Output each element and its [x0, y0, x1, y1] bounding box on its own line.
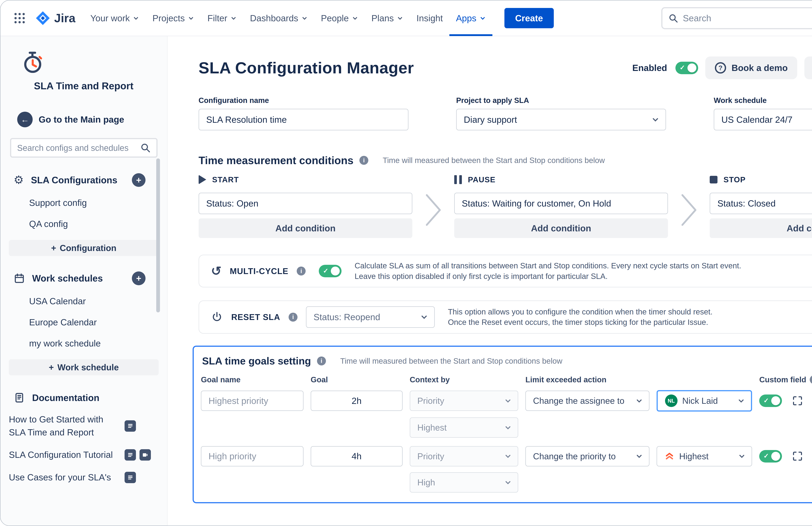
limit-action-select[interactable]: Change the priority to	[525, 446, 650, 466]
goal-value-input[interactable]	[311, 391, 403, 411]
expand-icon	[792, 450, 803, 462]
project-select[interactable]: Diary support	[456, 109, 666, 130]
nav-filter[interactable]: Filter	[201, 0, 244, 36]
doc-badge-icon	[125, 420, 136, 432]
documentation-section-header: Documentation	[0, 392, 167, 404]
info-icon[interactable]: i	[289, 313, 298, 322]
start-label: START	[212, 175, 239, 184]
stop-condition-input[interactable]	[710, 193, 812, 214]
chevron-down-icon	[737, 397, 745, 405]
sidebar-item-support-config[interactable]: Support config	[0, 198, 167, 208]
custom-field-toggle[interactable]: ✓	[759, 394, 782, 407]
context-field-select[interactable]: Priority	[410, 391, 518, 411]
info-icon[interactable]: i	[810, 375, 812, 384]
add-schedule-icon-button[interactable]: +	[132, 272, 145, 285]
add-configuration-icon-button[interactable]: +	[132, 173, 145, 187]
sidebar-item-qa-config[interactable]: QA config	[0, 219, 167, 229]
sidebar-scrollbar[interactable]	[156, 159, 160, 312]
custom-field-toggle[interactable]: ✓	[759, 450, 782, 463]
info-icon[interactable]: i	[317, 356, 326, 365]
header-limit-action: Limit exceeded action	[525, 375, 650, 384]
goal-row-1-context-value: Highest	[201, 418, 812, 438]
reset-condition-select[interactable]: Status: Reopend	[306, 306, 435, 328]
stop-condition-column: STOP Add condition	[710, 174, 812, 238]
nav-apps[interactable]: Apps	[449, 0, 492, 36]
header-custom-field: Custom field	[759, 375, 806, 384]
plus-icon: +	[49, 362, 54, 372]
question-icon: ?	[715, 62, 726, 74]
start-condition-input[interactable]	[199, 193, 412, 214]
pause-add-condition-button[interactable]: Add condition	[454, 218, 668, 238]
create-button[interactable]: Create	[504, 8, 554, 28]
doc-badge-icon	[125, 449, 136, 461]
header-goal: Goal	[311, 375, 403, 384]
navbar-right: 9+ ? ⚙	[661, 7, 812, 29]
sla-time-goals-panel: SLA time goals setting i Time will measu…	[193, 346, 812, 503]
user-avatar: NL	[665, 394, 678, 407]
sidebar-item-my-work-schedule[interactable]: my work schedule	[0, 338, 167, 349]
configuration-name-input[interactable]	[199, 109, 408, 130]
sidebar-item-usa-calendar[interactable]: USA Calendar	[0, 296, 167, 306]
global-search-input[interactable]	[683, 13, 809, 24]
setup-wizard-button[interactable]: Setup Wizard	[804, 57, 812, 79]
info-icon[interactable]: i	[359, 156, 368, 165]
pause-icon	[454, 175, 462, 184]
nav-dashboards[interactable]: Dashboards	[244, 0, 315, 36]
chevron-down-icon	[420, 313, 428, 321]
chevron-down-icon	[651, 115, 659, 124]
multi-cycle-panel: ↺ MULTI-CYCLE i ✓ Calculate SLA as sum o…	[199, 255, 812, 287]
add-work-schedule-button[interactable]: + Work schedule	[9, 359, 159, 375]
goal-name-input[interactable]	[201, 391, 304, 411]
work-schedule-select[interactable]: US Calendar 24/7	[714, 109, 812, 130]
doc-item-tutorial[interactable]: SLA Configuration Tutorial	[0, 449, 167, 462]
priority-target-select[interactable]: Highest	[656, 446, 752, 466]
goal-row-2-context-value: High	[201, 472, 812, 493]
enabled-toggle[interactable]: ✓	[676, 62, 698, 74]
field-label: Project to apply SLA	[456, 96, 666, 105]
play-icon	[199, 175, 206, 184]
context-value-select[interactable]: High	[410, 472, 518, 493]
nav-people[interactable]: People	[315, 0, 365, 36]
assignee-select[interactable]: NL Nick Laid	[656, 390, 752, 411]
back-to-main-button[interactable]: ← Go to the Main page	[17, 112, 167, 127]
chevron-down-icon	[504, 479, 512, 486]
work-schedules-section-header: Work schedules +	[0, 272, 167, 285]
doc-item-use-cases[interactable]: Use Cases for your SLA's	[0, 471, 167, 484]
nav-insight[interactable]: Insight	[410, 0, 449, 36]
sidebar-search-input[interactable]	[17, 143, 140, 153]
goal-name-input[interactable]	[201, 446, 304, 466]
goal-value-input[interactable]	[311, 446, 403, 466]
chevron-separator-icon	[412, 174, 454, 228]
context-field-select[interactable]: Priority	[410, 446, 518, 466]
nav-your-work[interactable]: Your work	[84, 0, 146, 36]
doc-badge-icon	[125, 472, 136, 483]
start-add-condition-button[interactable]: Add condition	[199, 218, 412, 238]
pause-label: PAUSE	[468, 175, 495, 184]
global-search[interactable]	[661, 7, 812, 29]
expand-button[interactable]	[792, 450, 803, 462]
nav-plans[interactable]: Plans	[365, 0, 410, 36]
sidebar-item-europe-calendar[interactable]: Europe Calendar	[0, 317, 167, 327]
nav-projects[interactable]: Projects	[146, 0, 201, 36]
gear-icon: ⚙	[14, 174, 24, 186]
app-title: SLA Time and Report	[34, 80, 167, 91]
sidebar-search[interactable]	[10, 138, 158, 158]
limit-action-select[interactable]: Change the assignee to	[525, 391, 650, 411]
doc-item-get-started[interactable]: How to Get Started with SLA Time and Rep…	[0, 413, 167, 439]
add-configuration-button[interactable]: + Configuration	[9, 240, 159, 256]
info-icon[interactable]: i	[297, 266, 306, 276]
sla-configurations-section-header: ⚙ SLA Configurations +	[0, 173, 167, 187]
pause-condition-input[interactable]	[454, 193, 668, 214]
app-switcher-icon[interactable]	[10, 9, 29, 28]
jira-logo[interactable]: Jira	[35, 10, 75, 26]
app-window: Jira Your work Projects Filter Dashboard…	[0, 0, 812, 526]
multi-cycle-toggle[interactable]: ✓	[319, 265, 342, 277]
app-logo-block: SLA Time and Report	[0, 36, 167, 91]
stop-add-condition-button[interactable]: Add condition	[710, 218, 812, 238]
field-label: Work schedule	[714, 96, 812, 105]
context-value-select[interactable]: Highest	[410, 418, 518, 438]
expand-button[interactable]	[792, 395, 803, 407]
book-demo-button[interactable]: ? Book a demo	[705, 57, 797, 79]
time-conditions-hint: Time will measured between the Start and…	[383, 156, 605, 165]
chevron-down-icon	[504, 397, 512, 405]
